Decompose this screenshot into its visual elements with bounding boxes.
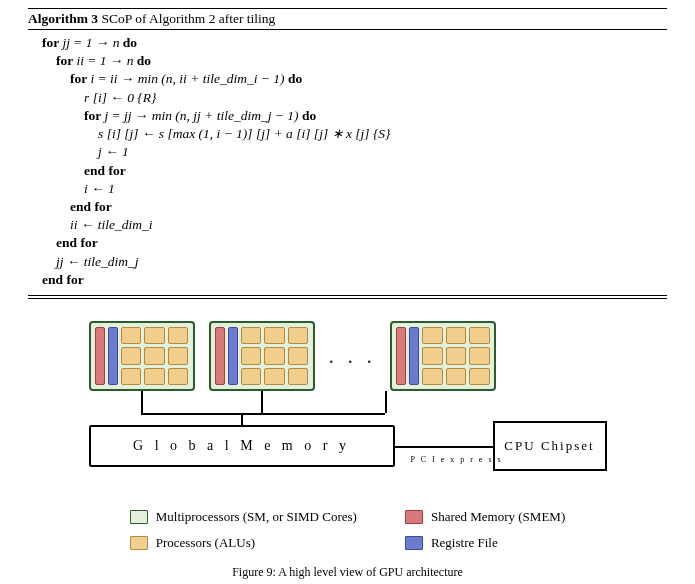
legend-item-smem: Shared Memory (SMEM)	[405, 509, 565, 525]
cpu-chipset-box: CPU Chipset	[493, 421, 607, 471]
algorithm-line: end for	[28, 198, 667, 216]
algorithm-line: ii ← tile_dim_i	[28, 216, 667, 234]
alu-icon	[264, 368, 285, 385]
alu-icon	[288, 347, 309, 364]
gpu-diagram: . . . G l o b a l M e m o r y P C I e x …	[83, 321, 613, 491]
algorithm-line: for ii = 1 → n do	[28, 52, 667, 70]
algorithm-line: j ← 1	[28, 143, 667, 161]
alu-icon	[168, 347, 189, 364]
algorithm-line: for j = jj → min (n, jj + tile_dim_j − 1…	[28, 107, 667, 125]
alu-icon	[422, 368, 443, 385]
algorithm-bottom-rule	[28, 298, 667, 299]
alu-icon	[446, 327, 467, 344]
legend-label: Registre File	[431, 535, 498, 551]
shared-memory-bar	[396, 327, 406, 385]
legend-label: Multiprocessors (SM, or SIMD Cores)	[156, 509, 357, 525]
alu-icon	[121, 368, 142, 385]
swatch-rf-icon	[405, 536, 423, 550]
bus-line	[261, 391, 263, 413]
alu-icon	[144, 327, 165, 344]
algorithm-header: Algorithm 3 SCoP of Algorithm 2 after ti…	[28, 8, 667, 30]
alu-icon	[469, 327, 490, 344]
keyword: do	[119, 35, 137, 50]
alu-grid	[241, 327, 309, 385]
swatch-sm-icon	[130, 510, 148, 524]
keyword: for	[70, 71, 90, 86]
code-text: ii ← tile_dim_i	[70, 217, 153, 232]
legend-label: Processors (ALUs)	[156, 535, 255, 551]
algorithm-line: end for	[28, 162, 667, 180]
algorithm-line: for i = ii → min (n, ii + tile_dim_i − 1…	[28, 70, 667, 88]
algorithm-number: Algorithm 3	[28, 11, 98, 26]
alu-icon	[446, 347, 467, 364]
alu-icon	[144, 368, 165, 385]
sm-row: . . .	[83, 321, 497, 391]
code-text: j ← 1	[98, 144, 129, 159]
shared-memory-bar	[95, 327, 105, 385]
global-memory-box: G l o b a l M e m o r y	[89, 425, 395, 467]
code-text: i ← 1	[84, 181, 115, 196]
keyword: end for	[42, 272, 84, 287]
legend-item-sm: Multiprocessors (SM, or SIMD Cores)	[130, 509, 357, 525]
multiprocessor	[89, 321, 195, 391]
algorithm-title: SCoP of Algorithm 2 after tiling	[102, 11, 276, 26]
bus-line	[385, 391, 387, 413]
figure-caption: Figure 9: A high level view of GPU archi…	[232, 565, 463, 580]
keyword: do	[299, 108, 317, 123]
bus-line	[141, 391, 143, 413]
shared-memory-bar	[215, 327, 225, 385]
alu-icon	[446, 368, 467, 385]
code-text: jj = 1 → n	[62, 35, 119, 50]
alu-icon	[168, 368, 189, 385]
algorithm-body: for jj = 1 → n dofor ii = 1 → n dofor i …	[28, 30, 667, 296]
keyword: for	[84, 108, 104, 123]
keyword: end for	[84, 163, 126, 178]
algorithm-line: i ← 1	[28, 180, 667, 198]
alu-icon	[241, 327, 262, 344]
multiprocessor	[209, 321, 315, 391]
cpu-chipset-label: CPU Chipset	[504, 438, 594, 454]
legend-label: Shared Memory (SMEM)	[431, 509, 565, 525]
keyword: end for	[70, 199, 112, 214]
alu-icon	[422, 347, 443, 364]
algorithm-line: end for	[28, 234, 667, 252]
register-file-bar	[108, 327, 118, 385]
pci-express-label: P C I e x p r e s s	[411, 455, 503, 464]
keyword: do	[133, 53, 151, 68]
legend-item-rf: Registre File	[405, 535, 565, 551]
code-text: r [i] ← 0 {R}	[84, 90, 156, 105]
code-text: i = ii → min (n, ii + tile_dim_i − 1)	[90, 71, 284, 86]
algorithm-line: r [i] ← 0 {R}	[28, 89, 667, 107]
code-text: ii = 1 → n	[76, 53, 133, 68]
alu-icon	[422, 327, 443, 344]
bus-line	[141, 413, 385, 415]
algorithm-line: jj ← tile_dim_j	[28, 253, 667, 271]
keyword: for	[56, 53, 76, 68]
figure-9: . . . G l o b a l M e m o r y P C I e x …	[28, 321, 667, 580]
algorithm-line: end for	[28, 271, 667, 289]
code-text: s [i] [j] ← s [max (1, i − 1)] [j] + a […	[98, 126, 390, 141]
alu-icon	[469, 368, 490, 385]
ellipsis-icon: . . .	[329, 343, 377, 369]
register-file-bar	[409, 327, 419, 385]
code-text: j = jj → min (n, jj + tile_dim_j − 1)	[104, 108, 298, 123]
alu-icon	[241, 368, 262, 385]
alu-icon	[288, 368, 309, 385]
swatch-alu-icon	[130, 536, 148, 550]
global-memory-label: G l o b a l M e m o r y	[133, 438, 350, 454]
algorithm-line: for jj = 1 → n do	[28, 34, 667, 52]
legend-item-alu: Processors (ALUs)	[130, 535, 357, 551]
alu-icon	[241, 347, 262, 364]
alu-icon	[168, 327, 189, 344]
code-text: jj ← tile_dim_j	[56, 254, 139, 269]
alu-grid	[121, 327, 189, 385]
alu-grid	[422, 327, 490, 385]
alu-icon	[288, 327, 309, 344]
swatch-smem-icon	[405, 510, 423, 524]
keyword: for	[42, 35, 62, 50]
alu-icon	[264, 327, 285, 344]
bus-line	[395, 446, 493, 448]
algorithm-line: s [i] [j] ← s [max (1, i − 1)] [j] + a […	[28, 125, 667, 143]
register-file-bar	[228, 327, 238, 385]
alu-icon	[121, 347, 142, 364]
